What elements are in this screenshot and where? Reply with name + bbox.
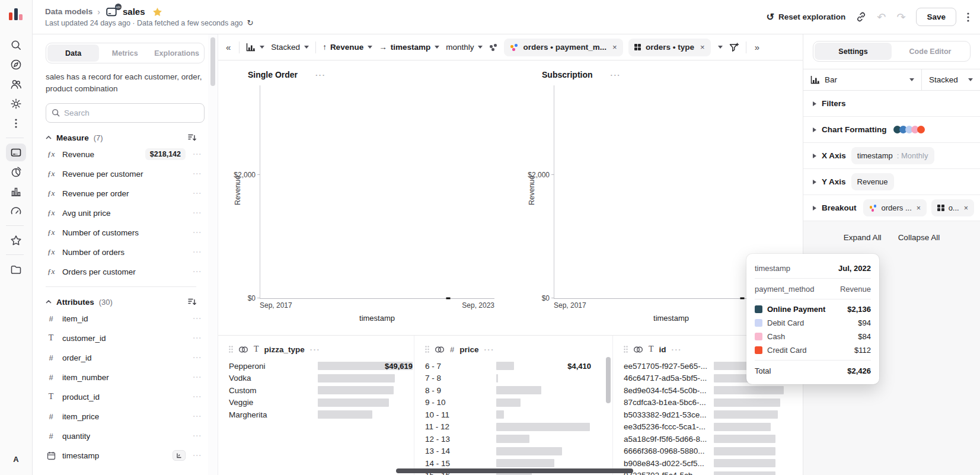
y-axis-pill[interactable]: Revenue: [851, 173, 894, 190]
remove-pill-icon[interactable]: ×: [963, 204, 968, 212]
column-scrollbar-thumb[interactable]: [606, 357, 611, 403]
row-menu-icon[interactable]: ···: [191, 267, 203, 276]
section-y-axis[interactable]: Y Axis Revenue: [803, 169, 980, 195]
panel-breakout-pill-1[interactable]: o...×: [931, 199, 974, 216]
table-row[interactable]: b5033382-9d21-53ce...: [624, 409, 803, 421]
row-menu-icon[interactable]: ···: [191, 353, 203, 362]
table-row[interactable]: 14 - 15: [425, 457, 612, 470]
table-row[interactable]: 9 - 10: [425, 397, 612, 409]
remove-pill-icon[interactable]: ×: [699, 43, 705, 52]
sidebar-tab-data[interactable]: Data: [47, 44, 99, 62]
section-x-axis[interactable]: X Axis timestamp : Monthly: [803, 143, 980, 169]
chart-menu-button[interactable]: ···: [611, 71, 621, 79]
expand-all-button[interactable]: Expand All: [844, 233, 882, 242]
attribute-row-customer-id[interactable]: Tcustomer_id···: [46, 329, 205, 348]
rail-item-star[interactable]: [6, 231, 26, 249]
measure-row-revenue-per-customer[interactable]: ƒxRevenue per customer···: [46, 164, 205, 184]
remove-pill-icon[interactable]: ×: [916, 204, 921, 212]
share-link-icon[interactable]: [856, 12, 866, 22]
drag-handle-icon[interactable]: [425, 346, 429, 353]
toolbar-breakout-pill-1[interactable]: orders • type×: [628, 39, 711, 56]
section-chart-formatting[interactable]: Chart Formatting: [803, 117, 980, 143]
sidebar-tab-metrics[interactable]: Metrics: [99, 44, 151, 62]
rail-item-metrics[interactable]: [6, 163, 26, 181]
sidebar-search[interactable]: [46, 103, 205, 123]
granularity-button[interactable]: [173, 450, 186, 461]
sort-icon[interactable]: [188, 298, 196, 305]
table-row[interactable]: 13 - 14: [425, 445, 612, 458]
rail-item-users[interactable]: [6, 75, 26, 93]
table-row[interactable]: Custom: [229, 384, 414, 397]
attribute-row-item-number[interactable]: #item_number···: [46, 368, 205, 387]
measure-row-avg-unit-price[interactable]: ƒxAvg unit price···: [46, 203, 205, 223]
x-axis-pill[interactable]: timestamp : Monthly: [851, 147, 934, 164]
measure-row-revenue[interactable]: ƒxRevenue$218,142···: [46, 145, 205, 164]
save-button[interactable]: Save: [916, 8, 956, 26]
column-menu-icon[interactable]: ···: [484, 345, 495, 354]
toolbar-breakout-pill-0[interactable]: orders • payment_m...×: [504, 39, 623, 56]
tab-settings[interactable]: Settings: [815, 43, 892, 60]
chart-type-dropdown[interactable]: [246, 43, 264, 52]
reset-exploration-button[interactable]: ↺ Reset exploration: [767, 12, 846, 22]
rail-item-folder[interactable]: [6, 260, 26, 278]
rail-item-more[interactable]: [6, 114, 26, 132]
table-row[interactable]: 6666f368-0968-5880...: [624, 445, 803, 458]
table-row[interactable]: 11 - 12: [425, 421, 612, 433]
rail-item-compass[interactable]: [6, 56, 26, 74]
measure-row-revenue-per-order[interactable]: ƒxRevenue per order···: [46, 184, 205, 203]
rail-item-search[interactable]: [6, 36, 26, 54]
horizontal-scrollbar[interactable]: [396, 468, 633, 473]
section-filters[interactable]: Filters: [803, 91, 980, 117]
measure-row-number-of-customers[interactable]: ƒxNumber of customers···: [46, 223, 205, 243]
row-menu-icon[interactable]: ···: [191, 393, 203, 401]
attribute-row-order-id[interactable]: #order_id···: [46, 348, 205, 368]
table-row[interactable]: Pepperoni$49,619: [229, 360, 414, 372]
favorite-star-icon[interactable]: [152, 7, 162, 17]
table-row[interactable]: Margherita: [229, 409, 414, 421]
tab-code-editor[interactable]: Code Editor: [892, 43, 969, 60]
table-row[interactable]: 12 - 13: [425, 433, 612, 445]
chevron-down-icon[interactable]: [718, 46, 723, 49]
rail-item-data-model[interactable]: [6, 144, 26, 161]
row-menu-icon[interactable]: ···: [191, 248, 203, 256]
breadcrumb-data-models[interactable]: Data models: [45, 7, 92, 16]
collapse-all-button[interactable]: Collapse All: [898, 233, 940, 242]
collapse-chevron-icon[interactable]: [46, 300, 52, 304]
table-row[interactable]: b908e843-d022-5cf5...: [624, 457, 803, 470]
row-menu-icon[interactable]: ···: [191, 314, 203, 323]
collapse-panel-icon[interactable]: «: [224, 42, 232, 52]
redo-button[interactable]: ↷: [896, 12, 905, 23]
x-field-dropdown[interactable]: → timestamp: [379, 43, 439, 52]
row-menu-icon[interactable]: ···: [191, 150, 203, 158]
row-menu-icon[interactable]: ···: [191, 228, 203, 237]
sort-icon[interactable]: [188, 134, 196, 141]
table-row[interactable]: 8ed9e034-fc54-5c0b-...: [624, 384, 803, 397]
more-menu-icon[interactable]: [967, 12, 969, 22]
row-menu-icon[interactable]: ···: [191, 170, 203, 178]
collapse-chevron-icon[interactable]: [46, 136, 52, 139]
table-row[interactable]: a5a18c9f-f5f6-5d66-8...: [624, 433, 803, 445]
drag-handle-icon[interactable]: [624, 346, 628, 353]
row-menu-icon[interactable]: ···: [191, 373, 203, 381]
add-filter-icon[interactable]: [729, 43, 739, 52]
table-row[interactable]: 10 - 11: [425, 409, 612, 421]
table-row[interactable]: 07235702-f5c4-5cb...: [624, 470, 803, 475]
attribute-row-item-price[interactable]: #item_price···: [46, 407, 205, 426]
sidebar-scrollbar[interactable]: [208, 34, 218, 475]
attribute-row-item-id[interactable]: #item_id···: [46, 309, 205, 329]
table-row[interactable]: 6 - 7$4,410: [425, 360, 612, 372]
row-menu-icon[interactable]: ···: [191, 334, 203, 342]
user-avatar[interactable]: A: [8, 451, 24, 467]
expand-panel-icon[interactable]: »: [753, 42, 761, 52]
table-row[interactable]: 7 - 8: [425, 372, 612, 385]
attribute-row-quantity[interactable]: #quantity···: [46, 426, 205, 446]
table-row[interactable]: Veggie: [229, 397, 414, 409]
measure-row-orders-per-customer[interactable]: ƒxOrders per customer···: [46, 262, 205, 282]
table-row[interactable]: 87cdfca3-b1ea-5bc6-...: [624, 397, 803, 409]
viz-stack-dropdown[interactable]: Stacked: [922, 69, 980, 90]
measure-row-number-of-orders[interactable]: ƒxNumber of orders···: [46, 243, 205, 262]
granularity-dropdown[interactable]: monthly: [446, 43, 483, 52]
refresh-icon[interactable]: ↻: [247, 18, 254, 27]
table-row[interactable]: Vodka: [229, 372, 414, 385]
column-menu-icon[interactable]: ···: [310, 345, 321, 354]
